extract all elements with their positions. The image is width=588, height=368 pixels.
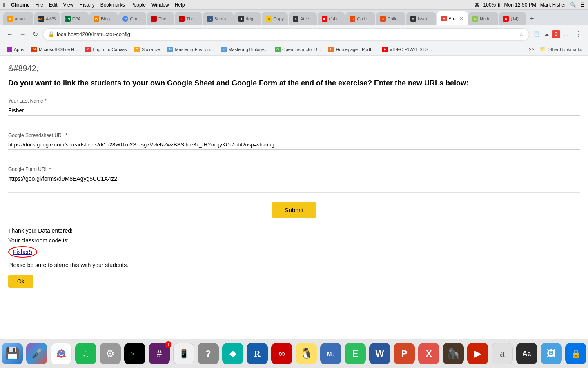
form-url-input[interactable] <box>8 174 580 184</box>
bookmark-openinst[interactable]: O Open Instructor B... <box>272 46 324 53</box>
bookmark-other-folder-icon: 📁 <box>540 47 546 52</box>
spotify-icon: ♫ <box>82 348 89 359</box>
tab-label-aws: AWS <box>46 16 56 21</box>
dock-chrome[interactable] <box>51 343 72 364</box>
dock-cyberduck[interactable]: 🐧 <box>296 343 317 364</box>
dock-siri[interactable]: 🎤 <box>26 343 47 364</box>
tab-blog[interactable]: B Blog... <box>89 12 118 25</box>
three-dots-menu[interactable]: &#8942; <box>8 64 580 73</box>
dock-slack[interactable]: # <box>149 343 170 364</box>
tab-subm[interactable]: S Subm... <box>203 12 234 25</box>
tab-aws[interactable]: AWS AWS <box>34 12 60 25</box>
bookmarks-more[interactable]: >> <box>526 46 537 53</box>
bookmark-other[interactable]: 📁 Other Bookmarks <box>537 46 585 53</box>
tab-fidg[interactable]: ☀ fidg... <box>234 12 261 25</box>
divider-2 <box>8 158 580 158</box>
dock-1password[interactable]: 🔒 <box>565 343 586 364</box>
menubar-help[interactable]: Help <box>175 2 185 8</box>
bookmark-canvas[interactable]: C Log In to Canvas <box>82 46 130 53</box>
menubar-chrome[interactable]: Chrome <box>11 2 29 8</box>
menubar-view[interactable]: View <box>63 2 74 8</box>
divider-1 <box>8 124 580 124</box>
menubar-notification[interactable]: ☰ <box>580 2 585 8</box>
menubar-history[interactable]: History <box>79 2 94 8</box>
tab-epa[interactable]: EPA EPA... <box>61 12 89 25</box>
tab-label-amazon: amaz... <box>15 16 29 21</box>
dock-typora[interactable]: a <box>492 343 513 364</box>
menubar-edit[interactable]: Edit <box>49 2 58 8</box>
tab-google[interactable]: 15 Goo... <box>118 12 146 25</box>
tab-active[interactable]: A Po... ✕ <box>437 11 468 25</box>
dock-screenflow[interactable]: ▶ <box>467 343 488 364</box>
dock-terminal[interactable]: >_ <box>124 343 145 364</box>
tab-amazon[interactable]: a amaz... <box>3 12 33 25</box>
dock-gorilla[interactable]: 🦍 <box>443 343 464 364</box>
spreadsheet-input[interactable] <box>8 140 580 150</box>
back-button[interactable]: ← <box>5 29 15 40</box>
thank-you-text: Thank you! Data entered! <box>8 227 580 234</box>
bookmark-vidplaylists[interactable]: ▶ VIDEO PLAYLISTS... <box>379 46 435 53</box>
tab-copy[interactable]: C Copy <box>262 12 288 25</box>
menubar-file[interactable]: File <box>35 2 43 8</box>
bookmark-mastenv[interactable]: M MasteringEnviron... <box>164 46 217 53</box>
tab-favicon-the1: T <box>151 16 157 22</box>
dock-loop[interactable]: ∞ <box>271 343 292 364</box>
tab-colle1[interactable]: C Colle... <box>345 12 375 25</box>
tab-node[interactable]: N Node... <box>468 12 498 25</box>
dock-wires[interactable]: ◆ <box>222 343 243 364</box>
dock-r[interactable]: R <box>247 343 268 364</box>
menubar-bookmarks[interactable]: Bookmarks <box>100 2 125 8</box>
bookmark-apps[interactable]: ☷ Apps <box>3 46 27 53</box>
menubar-search[interactable]: 🔍 <box>570 2 576 8</box>
dock-system-prefs[interactable]: ⚙ <box>100 343 121 364</box>
tab-issue[interactable]: ☀ Issue... <box>406 12 436 25</box>
dock-markdown[interactable]: M↓ <box>320 343 341 364</box>
bookmarks-bar: ☷ Apps M Microsoft Office H... C Log In … <box>0 43 588 56</box>
bookmark-openinst-icon: O <box>275 47 281 52</box>
dock-help[interactable]: ? <box>198 343 219 364</box>
1password-icon: 🔒 <box>571 349 581 359</box>
ext-more[interactable]: … <box>562 30 570 38</box>
ext-translate[interactable]: 📃 <box>532 30 541 38</box>
dock-pixelmator[interactable]: 🖼 <box>541 343 562 364</box>
more-options[interactable]: ⋮ <box>573 29 583 40</box>
dock-xmind[interactable]: X <box>418 343 439 364</box>
classroom-code-value[interactable]: Fisher5 <box>8 246 37 258</box>
bookmark-homepage-label: Homepage - Portl... <box>336 47 374 52</box>
dock-word[interactable]: W <box>369 343 390 364</box>
forward-button[interactable]: → <box>18 29 28 40</box>
bookmark-vidplaylists-icon: ▶ <box>382 47 388 52</box>
omnibox[interactable]: 🔓 localhost:4200/instructor-config ☆ <box>43 28 529 40</box>
bookmark-socrative[interactable]: S Socrative <box>131 46 164 53</box>
omnibox-url[interactable]: localhost:4200/instructor-config <box>57 31 130 37</box>
bookmark-msoffice[interactable]: M Microsoft Office H... <box>28 46 81 53</box>
dock-evernote[interactable]: E <box>345 343 366 364</box>
bookmark-mastbio[interactable]: M Mastering Biology... <box>218 46 271 53</box>
dock-simulator[interactable]: 📱 <box>173 343 194 364</box>
menubar-window[interactable]: Window <box>151 2 169 8</box>
tab-close-active[interactable]: ✕ <box>459 16 463 21</box>
ok-button[interactable]: Ok <box>8 275 33 288</box>
tab-colle2[interactable]: C Colle... <box>376 12 405 25</box>
last-name-input[interactable] <box>8 105 580 116</box>
dock-finder[interactable]: 💾 <box>2 343 23 364</box>
ext-cloud[interactable]: ☁ <box>542 30 550 38</box>
menubar-people[interactable]: People <box>131 2 146 8</box>
reload-button[interactable]: ↻ <box>31 29 40 40</box>
bookmark-homepage[interactable]: H Homepage - Portl... <box>325 46 378 53</box>
dock-powerpoint[interactable]: P <box>394 343 415 364</box>
apple-menu[interactable]:  <box>3 2 5 8</box>
tab-the1[interactable]: T The... <box>147 12 174 25</box>
tab-yt14b[interactable]: ▶ (14)... <box>499 12 526 25</box>
new-tab-button[interactable]: + <box>527 12 537 25</box>
tab-yt14[interactable]: ▶ (14)... <box>318 12 345 25</box>
bookmark-star[interactable]: ☆ <box>519 31 524 37</box>
ext-g[interactable]: G <box>552 30 560 38</box>
form-url-group: Google Form URL * <box>8 166 580 184</box>
tab-favicon-blog: B <box>94 16 99 22</box>
tab-the2[interactable]: T The... <box>175 12 202 25</box>
submit-button[interactable]: Submit <box>272 202 317 218</box>
dock-rightfont[interactable]: Aa <box>516 343 537 364</box>
dock-spotify[interactable]: ♫ <box>75 343 96 364</box>
tab-attic[interactable]: ☀ Attic... <box>289 12 317 25</box>
